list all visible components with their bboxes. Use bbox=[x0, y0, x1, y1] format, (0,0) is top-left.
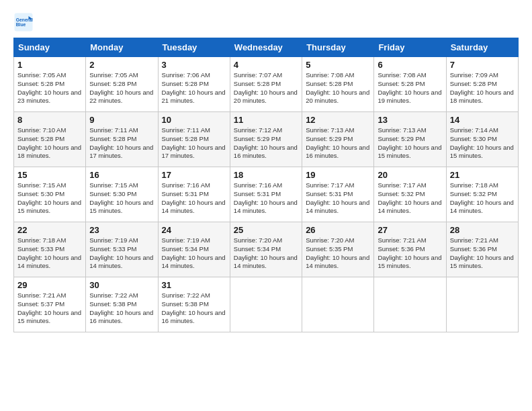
day-number: 5 bbox=[306, 60, 370, 70]
day-number: 1 bbox=[17, 60, 82, 70]
col-sunday: Sunday bbox=[14, 38, 86, 57]
day-number: 26 bbox=[306, 225, 370, 235]
calendar-row: 29 Sunrise: 7:21 AM Sunset: 5:37 PM Dayl… bbox=[14, 277, 519, 332]
table-cell bbox=[374, 277, 446, 332]
day-info: Sunrise: 7:13 AM Sunset: 5:29 PM Dayligh… bbox=[306, 126, 370, 161]
table-cell: 18 Sunrise: 7:16 AM Sunset: 5:31 PM Dayl… bbox=[230, 167, 302, 222]
table-cell: 1 Sunrise: 7:05 AM Sunset: 5:28 PM Dayli… bbox=[14, 57, 86, 112]
table-cell: 20 Sunrise: 7:17 AM Sunset: 5:32 PM Dayl… bbox=[374, 167, 446, 222]
calendar-row: 8 Sunrise: 7:10 AM Sunset: 5:28 PM Dayli… bbox=[14, 112, 519, 167]
table-cell bbox=[230, 277, 302, 332]
day-number: 13 bbox=[378, 115, 442, 125]
day-info: Sunrise: 7:15 AM Sunset: 5:30 PM Dayligh… bbox=[89, 181, 154, 216]
calendar-table: Sunday Monday Tuesday Wednesday Thursday… bbox=[13, 38, 519, 332]
col-monday: Monday bbox=[86, 38, 158, 57]
table-cell: 25 Sunrise: 7:20 AM Sunset: 5:34 PM Dayl… bbox=[230, 222, 302, 277]
table-cell: 14 Sunrise: 7:14 AM Sunset: 5:30 PM Dayl… bbox=[446, 112, 518, 167]
day-number: 7 bbox=[450, 60, 515, 70]
day-info: Sunrise: 7:05 AM Sunset: 5:28 PM Dayligh… bbox=[17, 71, 82, 105]
day-number: 16 bbox=[89, 170, 154, 180]
day-info: Sunrise: 7:15 AM Sunset: 5:30 PM Dayligh… bbox=[17, 181, 82, 216]
day-info: Sunrise: 7:21 AM Sunset: 5:36 PM Dayligh… bbox=[450, 236, 515, 271]
col-saturday: Saturday bbox=[446, 38, 518, 57]
day-number: 9 bbox=[89, 115, 154, 125]
day-info: Sunrise: 7:05 AM Sunset: 5:28 PM Dayligh… bbox=[89, 71, 154, 105]
day-number: 27 bbox=[378, 225, 442, 235]
table-cell: 8 Sunrise: 7:10 AM Sunset: 5:28 PM Dayli… bbox=[14, 112, 86, 167]
day-info: Sunrise: 7:21 AM Sunset: 5:37 PM Dayligh… bbox=[17, 291, 82, 326]
logo: General Blue bbox=[13, 12, 36, 32]
table-cell bbox=[302, 277, 374, 332]
day-info: Sunrise: 7:16 AM Sunset: 5:31 PM Dayligh… bbox=[162, 181, 226, 216]
day-info: Sunrise: 7:22 AM Sunset: 5:38 PM Dayligh… bbox=[162, 291, 226, 326]
table-cell: 4 Sunrise: 7:07 AM Sunset: 5:28 PM Dayli… bbox=[230, 57, 302, 112]
calendar-row: 22 Sunrise: 7:18 AM Sunset: 5:33 PM Dayl… bbox=[14, 222, 519, 277]
day-number: 6 bbox=[378, 60, 442, 70]
day-number: 25 bbox=[234, 225, 298, 235]
day-number: 3 bbox=[162, 60, 226, 70]
col-tuesday: Tuesday bbox=[158, 38, 230, 57]
day-number: 28 bbox=[450, 225, 515, 235]
day-info: Sunrise: 7:19 AM Sunset: 5:33 PM Dayligh… bbox=[89, 236, 154, 271]
table-cell: 10 Sunrise: 7:11 AM Sunset: 5:28 PM Dayl… bbox=[158, 112, 230, 167]
day-number: 11 bbox=[234, 115, 298, 125]
col-thursday: Thursday bbox=[302, 38, 374, 57]
day-info: Sunrise: 7:11 AM Sunset: 5:28 PM Dayligh… bbox=[162, 126, 226, 161]
day-info: Sunrise: 7:18 AM Sunset: 5:33 PM Dayligh… bbox=[17, 236, 82, 271]
table-cell: 24 Sunrise: 7:19 AM Sunset: 5:34 PM Dayl… bbox=[158, 222, 230, 277]
day-number: 4 bbox=[234, 60, 298, 70]
table-cell: 2 Sunrise: 7:05 AM Sunset: 5:28 PM Dayli… bbox=[86, 57, 158, 112]
table-cell: 26 Sunrise: 7:20 AM Sunset: 5:35 PM Dayl… bbox=[302, 222, 374, 277]
day-number: 20 bbox=[378, 170, 442, 180]
table-cell: 16 Sunrise: 7:15 AM Sunset: 5:30 PM Dayl… bbox=[86, 167, 158, 222]
table-cell: 3 Sunrise: 7:06 AM Sunset: 5:28 PM Dayli… bbox=[158, 57, 230, 112]
table-cell bbox=[446, 277, 518, 332]
svg-text:Blue: Blue bbox=[16, 22, 26, 27]
table-cell: 9 Sunrise: 7:11 AM Sunset: 5:28 PM Dayli… bbox=[86, 112, 158, 167]
table-cell: 29 Sunrise: 7:21 AM Sunset: 5:37 PM Dayl… bbox=[14, 277, 86, 332]
table-cell: 13 Sunrise: 7:13 AM Sunset: 5:29 PM Dayl… bbox=[374, 112, 446, 167]
table-cell: 12 Sunrise: 7:13 AM Sunset: 5:29 PM Dayl… bbox=[302, 112, 374, 167]
calendar-row: 1 Sunrise: 7:05 AM Sunset: 5:28 PM Dayli… bbox=[14, 57, 519, 112]
day-info: Sunrise: 7:21 AM Sunset: 5:36 PM Dayligh… bbox=[378, 236, 442, 271]
day-info: Sunrise: 7:14 AM Sunset: 5:30 PM Dayligh… bbox=[450, 126, 515, 161]
col-wednesday: Wednesday bbox=[230, 38, 302, 57]
table-cell: 23 Sunrise: 7:19 AM Sunset: 5:33 PM Dayl… bbox=[86, 222, 158, 277]
logo-icon: General Blue bbox=[13, 12, 34, 32]
table-cell: 6 Sunrise: 7:08 AM Sunset: 5:28 PM Dayli… bbox=[374, 57, 446, 112]
table-cell: 7 Sunrise: 7:09 AM Sunset: 5:28 PM Dayli… bbox=[446, 57, 518, 112]
day-number: 22 bbox=[17, 225, 82, 235]
table-cell: 30 Sunrise: 7:22 AM Sunset: 5:38 PM Dayl… bbox=[86, 277, 158, 332]
day-info: Sunrise: 7:16 AM Sunset: 5:31 PM Dayligh… bbox=[234, 181, 298, 216]
day-info: Sunrise: 7:17 AM Sunset: 5:32 PM Dayligh… bbox=[378, 181, 442, 216]
table-cell: 11 Sunrise: 7:12 AM Sunset: 5:29 PM Dayl… bbox=[230, 112, 302, 167]
day-info: Sunrise: 7:20 AM Sunset: 5:34 PM Dayligh… bbox=[234, 236, 298, 271]
table-cell: 15 Sunrise: 7:15 AM Sunset: 5:30 PM Dayl… bbox=[14, 167, 86, 222]
table-cell: 5 Sunrise: 7:08 AM Sunset: 5:28 PM Dayli… bbox=[302, 57, 374, 112]
day-number: 12 bbox=[306, 115, 370, 125]
day-info: Sunrise: 7:11 AM Sunset: 5:28 PM Dayligh… bbox=[89, 126, 154, 161]
table-cell: 27 Sunrise: 7:21 AM Sunset: 5:36 PM Dayl… bbox=[374, 222, 446, 277]
table-cell: 19 Sunrise: 7:17 AM Sunset: 5:31 PM Dayl… bbox=[302, 167, 374, 222]
day-number: 21 bbox=[450, 170, 515, 180]
day-number: 10 bbox=[162, 115, 226, 125]
day-number: 15 bbox=[17, 170, 82, 180]
day-number: 19 bbox=[306, 170, 370, 180]
col-friday: Friday bbox=[374, 38, 446, 57]
day-info: Sunrise: 7:17 AM Sunset: 5:31 PM Dayligh… bbox=[306, 181, 370, 216]
day-info: Sunrise: 7:20 AM Sunset: 5:35 PM Dayligh… bbox=[306, 236, 370, 271]
day-number: 29 bbox=[17, 280, 82, 290]
day-number: 23 bbox=[89, 225, 154, 235]
day-number: 31 bbox=[162, 280, 226, 290]
day-info: Sunrise: 7:06 AM Sunset: 5:28 PM Dayligh… bbox=[162, 71, 226, 105]
header: General Blue bbox=[13, 12, 519, 32]
day-info: Sunrise: 7:19 AM Sunset: 5:34 PM Dayligh… bbox=[162, 236, 226, 271]
table-cell: 28 Sunrise: 7:21 AM Sunset: 5:36 PM Dayl… bbox=[446, 222, 518, 277]
day-info: Sunrise: 7:18 AM Sunset: 5:32 PM Dayligh… bbox=[450, 181, 515, 216]
calendar-header-row: Sunday Monday Tuesday Wednesday Thursday… bbox=[14, 38, 519, 57]
day-number: 30 bbox=[89, 280, 154, 290]
day-info: Sunrise: 7:09 AM Sunset: 5:28 PM Dayligh… bbox=[450, 71, 515, 105]
page: General Blue Sunday Monday Tuesday Wedne… bbox=[0, 0, 532, 339]
table-cell: 17 Sunrise: 7:16 AM Sunset: 5:31 PM Dayl… bbox=[158, 167, 230, 222]
day-number: 17 bbox=[162, 170, 226, 180]
